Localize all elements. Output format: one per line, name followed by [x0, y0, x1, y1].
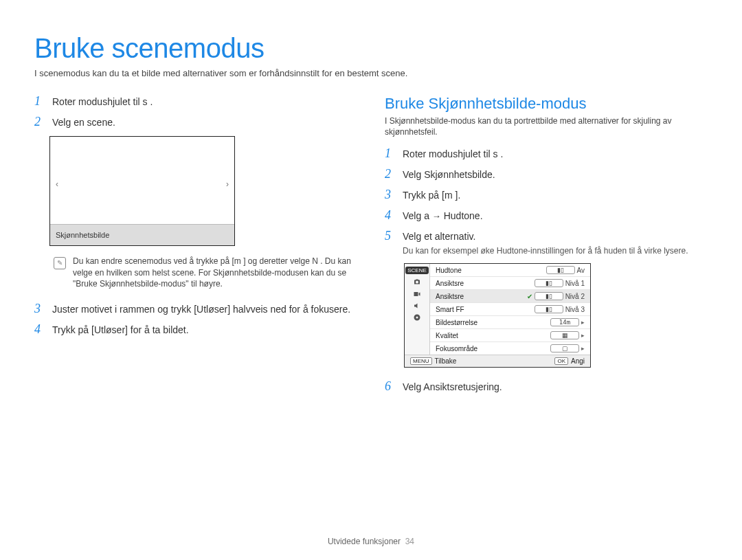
step-number: 5: [385, 229, 396, 256]
note-block: ✎ Du kan endre scenemodus ved å trykke p…: [54, 256, 357, 290]
page-title: Bruke scenemodus: [34, 33, 708, 64]
sub-heading: Bruke Skjønnhetsbilde-modus: [385, 95, 708, 113]
mode-scene-icon[interactable]: SCENE: [405, 267, 429, 274]
mode-disc-icon[interactable]: [413, 313, 421, 322]
right-column: Bruke Skjønnhetsbilde-modus I Skjønnhets…: [385, 95, 708, 401]
menu-row[interactable]: Smart FF ▮▯Nivå 3: [430, 303, 590, 316]
step-text: Trykk på [m ].: [403, 188, 460, 202]
step-number: 2: [34, 115, 45, 129]
camera-screen: SCENE Hudtone ▮▯Av An: [404, 263, 708, 368]
level-icon: ▮▯: [535, 305, 563, 313]
sub-intro: I Skjønnhetsbilde-modus kan du ta portre…: [385, 115, 708, 137]
menu-row-label: Kvalitet: [436, 332, 458, 339]
menu-row-value: Nivå 2: [565, 293, 585, 300]
menu-key-icon: MENU: [410, 357, 432, 365]
level-icon: ▮▯: [535, 292, 563, 300]
step-number: 1: [385, 147, 396, 161]
level-icon: ▮▯: [546, 266, 575, 274]
ok-key-icon: OK: [554, 357, 568, 365]
menu-row[interactable]: Ansiktsre ▮▯Nivå 1: [430, 277, 590, 290]
note-text: Du kan endre scenemodus ved å trykke på …: [73, 256, 357, 290]
mode-camera-icon[interactable]: [413, 278, 421, 286]
menu-row-selected[interactable]: Ansiktsre ✔▮▯Nivå 2: [430, 290, 590, 303]
step-text: Roter modushjulet til s .: [403, 147, 503, 161]
mode-sound-icon[interactable]: [413, 302, 421, 310]
back-label: Tilbake: [435, 357, 457, 365]
camera-mode-strip: SCENE: [405, 264, 430, 355]
chevron-right-icon: ▸: [581, 345, 585, 352]
step-text: Velg en scene.: [52, 115, 115, 129]
intro-text: I scenemodus kan du ta et bilde med alte…: [34, 68, 708, 78]
step-number: 6: [385, 380, 396, 394]
chevron-left-icon[interactable]: ‹: [56, 179, 58, 189]
chevron-right-icon[interactable]: ›: [226, 179, 229, 189]
arrow-right-icon: →: [432, 211, 441, 221]
footer-section: Utvidede funksjoner: [328, 537, 401, 546]
step-text: Velg Ansiktsretusjering.: [403, 380, 502, 394]
menu-row-label: Hudtone: [436, 267, 462, 274]
step-text-suffix: Hudtone.: [444, 210, 483, 221]
step-number: 4: [34, 323, 45, 337]
step-number: 1: [34, 95, 45, 109]
step-text: Trykk på [Utløser] for å ta bildet.: [52, 323, 189, 337]
left-column: 1 Roter modushjulet til s . 2 Velg en sc…: [34, 95, 357, 401]
menu-row[interactable]: Fokusområde ▢▸: [430, 342, 590, 355]
note-icon: ✎: [54, 257, 66, 269]
right-step-list-2: 6 Velg Ansiktsretusjering.: [385, 380, 708, 394]
quality-icon: ▦: [550, 331, 579, 339]
menu-row-label: Ansiktsre: [436, 280, 464, 287]
camera-footer: MENU Tilbake OK Angi: [405, 355, 590, 367]
step-text: Velg Skjønnhetsbilde.: [403, 168, 495, 181]
scene-preview: ‹ › Skjønnhetsbilde: [49, 136, 235, 246]
focus-icon: ▢: [550, 344, 579, 352]
step-number: 3: [34, 302, 45, 316]
page-footer: Utvidede funksjoner 34: [0, 537, 742, 546]
size-icon: 14m: [550, 318, 579, 326]
back-button[interactable]: MENU Tilbake: [410, 357, 456, 365]
set-button[interactable]: OK Angi: [554, 357, 585, 365]
step-number: 3: [385, 188, 396, 202]
step-text: Velg a → Hudtone.: [403, 209, 483, 223]
menu-row-value: Av: [577, 267, 585, 274]
footer-page-number: 34: [405, 537, 414, 546]
menu-row[interactable]: Kvalitet ▦▸: [430, 329, 590, 342]
menu-row-label: Bildestørrelse: [436, 319, 477, 326]
check-icon: ✔: [527, 293, 532, 300]
step-number: 4: [385, 209, 396, 223]
step-number: 2: [385, 168, 396, 181]
step-text: Roter modushjulet til s .: [52, 95, 153, 109]
menu-row[interactable]: Hudtone ▮▯Av: [430, 264, 590, 277]
chevron-right-icon: ▸: [581, 319, 585, 326]
step-text: Velg et alternativ. Du kan for eksempel …: [403, 229, 688, 256]
left-step-list: 1 Roter modushjulet til s . 2 Velg en sc…: [34, 95, 357, 129]
menu-row-value: Nivå 3: [565, 306, 585, 313]
set-label: Angi: [571, 357, 585, 365]
menu-row-value: Nivå 1: [565, 280, 585, 287]
menu-row-label: Ansiktsre: [436, 293, 464, 300]
left-step-list-2: 3 Juster motivet i rammen og trykk [Utlø…: [34, 302, 357, 337]
preview-label: Skjønnhetsbilde: [50, 224, 234, 245]
step-desc: Du kan for eksempel øke Hudtone-innstill…: [403, 245, 688, 256]
menu-row[interactable]: Bildestørrelse 14m▸: [430, 316, 590, 329]
level-icon: ▮▯: [535, 279, 563, 287]
right-step-list: 1 Roter modushjulet til s . 2 Velg Skjøn…: [385, 147, 708, 256]
menu-row-label: Fokusområde: [436, 345, 477, 352]
step-text: Juster motivet i rammen og trykk [Utløse…: [52, 302, 350, 316]
camera-menu-list: Hudtone ▮▯Av Ansiktsre ▮▯Nivå 1 Ansiktsr…: [430, 264, 590, 355]
mode-video-icon[interactable]: [413, 289, 421, 298]
step-text-prefix: Velg a: [403, 210, 432, 221]
menu-row-label: Smart FF: [436, 306, 464, 313]
chevron-right-icon: ▸: [581, 332, 585, 339]
